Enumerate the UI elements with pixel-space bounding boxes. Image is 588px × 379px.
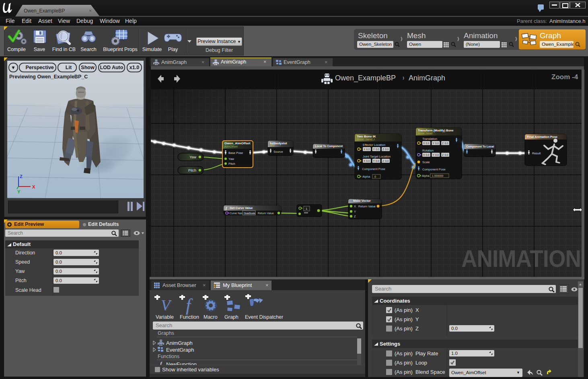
svg-text:Return Value: Return Value	[258, 212, 274, 215]
svg-text:Joint Target Location: Joint Target Location	[363, 155, 391, 158]
svg-text:0.0: 0.0	[385, 148, 389, 151]
svg-text:0.0: 0.0	[435, 142, 439, 145]
svg-text:Y: Y	[17, 189, 21, 194]
svg-text:Z: Z	[382, 160, 384, 162]
svg-text:0.0: 0.0	[426, 154, 430, 156]
svg-text:0.0: 0.0	[376, 148, 379, 151]
svg-text:0.0: 0.0	[385, 160, 389, 162]
svg-text:Local To Component: Local To Component	[315, 145, 343, 148]
svg-text:0.0: 0.0	[366, 148, 370, 151]
svg-text:Make Vector: Make Vector	[353, 199, 371, 203]
svg-text:f: f	[186, 295, 193, 315]
svg-text:Scale: Scale	[422, 160, 430, 164]
svg-text:Yaw: Yaw	[189, 155, 196, 159]
svg-text:Final Animation Pose: Final Animation Pose	[527, 135, 557, 139]
svg-text:Z: Z	[20, 174, 23, 179]
svg-text:Bone: head: Bone: head	[418, 132, 433, 135]
svg-text:AimOffset: AimOffset	[224, 145, 238, 148]
svg-text:Z: Z	[442, 154, 444, 156]
svg-text:Z: Z	[354, 215, 356, 218]
svg-text:Component To Local: Component To Local	[466, 145, 494, 148]
svg-text:Z: Z	[382, 148, 384, 151]
svg-text:Component Pose: Component Pose	[422, 168, 446, 171]
svg-text:Translation: Translation	[422, 137, 437, 141]
svg-text:1: 1	[306, 207, 307, 211]
svg-text:Bone: hand_r: Bone: hand_r	[357, 137, 375, 141]
svg-text:Alpha: Alpha	[362, 175, 370, 178]
svg-text:Yaw: Yaw	[228, 157, 234, 161]
svg-text:0.0: 0.0	[435, 154, 439, 156]
svg-text:Rotation: Rotation	[422, 149, 434, 152]
svg-text:0: 0	[374, 175, 376, 178]
svg-text:0.0: 0.0	[366, 160, 370, 162]
svg-text:Effector Location: Effector Location	[363, 143, 385, 147]
svg-text:Alpha: Alpha	[422, 174, 429, 178]
svg-text:X: X	[32, 184, 35, 189]
svg-text:Base Pose: Base Pose	[228, 151, 243, 155]
svg-text:Slot: Slot	[270, 143, 275, 146]
svg-text:V: V	[161, 297, 172, 313]
svg-text:Component Pose: Component Pose	[362, 167, 385, 171]
svg-text:Source: Source	[273, 150, 283, 154]
svg-text:Result: Result	[532, 152, 541, 155]
svg-text:X: X	[354, 205, 356, 208]
svg-text:0.0: 0.0	[376, 160, 379, 162]
svg-text:Pitch: Pitch	[188, 168, 196, 172]
svg-text:Get Curve Value: Get Curve Value	[230, 206, 253, 210]
svg-text:0.0: 0.0	[445, 142, 448, 145]
svg-text:Y: Y	[354, 210, 356, 213]
svg-text:Z: Z	[442, 142, 444, 145]
svg-text:Pitch: Pitch	[228, 162, 235, 166]
svg-text:1.000000: 1.000000	[432, 174, 444, 177]
svg-text:0.0: 0.0	[426, 142, 430, 145]
svg-text:0.0: 0.0	[445, 154, 448, 156]
svg-text:Return Value: Return Value	[358, 205, 376, 208]
svg-text:HeadScale: HeadScale	[244, 212, 256, 214]
